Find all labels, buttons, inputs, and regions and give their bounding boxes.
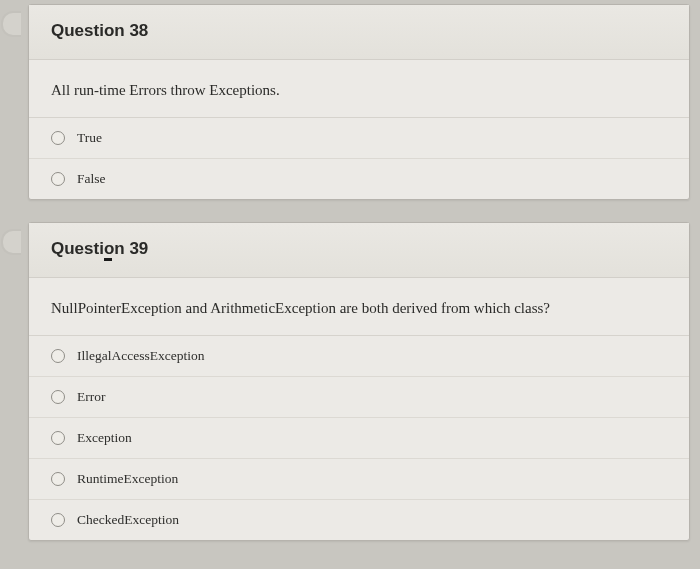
option-row[interactable]: True [29,118,689,158]
question-options: IllegalAccessException Error Exception R… [29,336,689,540]
question-body: NullPointerException and ArithmeticExcep… [29,278,689,336]
option-row[interactable]: Error [29,376,689,417]
question-title: Question 38 [51,21,667,41]
option-label: RuntimeException [77,471,178,487]
bookmark-icon[interactable] [1,11,21,37]
option-label: CheckedException [77,512,179,528]
radio-icon[interactable] [51,349,65,363]
question-card-39: Question 39 NullPointerException and Ari… [28,222,690,541]
bookmark-icon[interactable] [1,229,21,255]
option-row[interactable]: RuntimeException [29,458,689,499]
option-row[interactable]: IllegalAccessException [29,336,689,376]
radio-icon[interactable] [51,131,65,145]
radio-icon[interactable] [51,431,65,445]
option-label: IllegalAccessException [77,348,204,364]
option-row[interactable]: CheckedException [29,499,689,540]
question-title: Question 39 [51,239,667,259]
option-row[interactable]: Exception [29,417,689,458]
option-label: False [77,171,106,187]
option-label: Error [77,389,105,405]
question-prompt: NullPointerException and ArithmeticExcep… [51,300,667,317]
radio-icon[interactable] [51,172,65,186]
question-header: Question 39 [29,223,689,278]
question-header: Question 38 [29,5,689,60]
radio-icon[interactable] [51,472,65,486]
question-card-38: Question 38 All run-time Errors throw Ex… [28,4,690,200]
option-row[interactable]: False [29,158,689,199]
question-prompt: All run-time Errors throw Exceptions. [51,82,667,99]
question-options: True False [29,118,689,199]
radio-icon[interactable] [51,390,65,404]
radio-icon[interactable] [51,513,65,527]
question-body: All run-time Errors throw Exceptions. [29,60,689,118]
option-label: True [77,130,102,146]
option-label: Exception [77,430,132,446]
